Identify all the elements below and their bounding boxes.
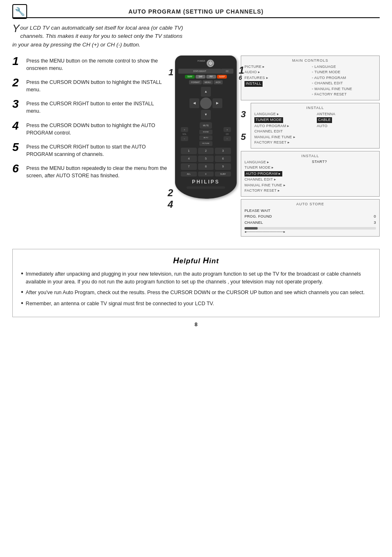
status-cc-row: STATUS/EXIT CC [178,69,233,74]
mc-channel: ◦ CHANNEL EDIT [312,81,376,86]
hint-text-3: Remember, an antenna or cable TV signal … [26,300,214,308]
page-number: 8 [12,321,380,327]
num-1-button[interactable]: 1 [181,148,197,154]
status-exit-button[interactable]: STATUS/EXIT [178,69,221,74]
numpad: 1 2 3 4 5 6 7 8 9 [181,148,231,170]
inst-auto: AUTO PROGRAM ▸ [254,123,314,129]
step-5-number: 5 [12,142,22,153]
step-6-text: Press the MENU button repeatedly to clea… [26,163,168,179]
surf-button[interactable]: SURF [185,75,195,79]
hint-item-3: • Remember, an antenna or cable TV signa… [21,300,371,308]
install-title-1: INSTALL [254,106,376,110]
ch-minus-button[interactable]: − [224,136,231,141]
mc-language: ◦ LANGUAGE [312,64,376,70]
install-screens-row: 3 5 INSTALL LANGUAGE ▸ TUNER MODE AUTO P… [241,103,380,149]
vol-minus-button[interactable]: − [181,136,188,141]
i2-manual: MANUAL FINE TUNE ▸ [244,183,309,188]
progress-bar-fill [244,227,258,230]
sound-auto-col: MUTE SOUND AUTO PICTURE [199,122,212,146]
autostore-channel: CHANNEL 3 [244,220,376,225]
start-label: START? [312,160,376,164]
intro-paragraph: Y our LCD TV can automatically set itsel… [12,24,185,49]
step-6-number: 6 [12,163,22,174]
num-3-button[interactable]: 3 [215,148,231,154]
power-button[interactable]: ⏻ [207,60,214,67]
format-button[interactable]: FORMAT [189,80,202,84]
i2-language: LANGUAGE ▸ [244,160,309,165]
step-6: 6 Press the MENU button repeatedly to cl… [12,163,168,179]
mc-auto: ◦ AUTO PROGRAM [312,75,376,81]
step-5-text: Press the CURSOR RIGHT button to start t… [26,142,168,158]
overlay-step-2a: 2 [168,187,173,199]
num-8-button[interactable]: 8 [198,163,214,170]
install-title-2: INSTALL [244,154,376,158]
inst-factory: FACTORY RESET ▸ [254,140,314,146]
num-5-button[interactable]: 5 [198,155,214,162]
num-7-button[interactable]: 7 [181,163,197,170]
av-button[interactable]: AV+ [181,172,197,176]
zero-button[interactable]: 0 [198,172,214,176]
surf-bottom-button[interactable]: SURF [215,172,231,176]
steps-column: 1 Press the MENU button on the remote co… [12,56,168,237]
format-menu-row: FORMAT MENU A/CH [178,80,233,84]
main-content: 1 Press the MENU button on the remote co… [12,56,380,237]
cursor-down-button[interactable]: ▼ [201,110,211,120]
inst-language: LANGUAGE ▸ [254,111,314,117]
cursor-left-button[interactable]: ◀ [189,98,199,108]
color-buttons-row: SURF SAP PIP SLEEP [178,75,233,79]
mute-button[interactable]: MUTE [200,122,212,129]
install-screen-cable: INSTALL LANGUAGE ▸ TUNER MODE AUTO PROGR… [251,103,380,149]
remote-bottom-row: AV+ 0 SURF [181,172,231,176]
num-9-button[interactable]: 9 [215,163,231,170]
overlay-step-4a: 4 [168,199,173,210]
menu-item-audio: AUDIO ▸ [244,70,309,75]
step-3: 3 Press the CURSOR RIGHT button to enter… [12,98,168,115]
picture-button[interactable]: PICTURE [199,141,212,146]
page-header: 🔧 Auto Program (Setting Up Channels) [12,8,380,18]
pip-button[interactable]: PIP [206,75,216,79]
install-grid-1: LANGUAGE ▸ TUNER MODE AUTO PROGRAM ▸ CHA… [254,111,376,146]
dpad: ▲ ▼ ◀ ▶ [189,87,222,120]
bullet-2: • [21,289,23,295]
overlay-5: 5 [241,132,249,142]
menu-button[interactable]: MENU [203,80,213,84]
main-controls-left: PICTURE ▸ AUDIO ▸ FEATURES ▸ INSTALL [244,64,309,97]
autostore-progress-bar [244,227,376,230]
step-2-text: Press the CURSOR DOWN button to highligh… [26,77,168,93]
step-4: 4 Press the CURSOR DOWN button to highli… [12,120,168,137]
install-right-1: ANTENNA CABLE AUTO [317,111,376,146]
sound-button[interactable]: SOUND [199,130,212,135]
sap-button[interactable]: SAP [196,75,205,79]
step-5: 5 Press the CURSOR RIGHT button to start… [12,142,168,158]
i2-channel: CHANNEL EDIT ▸ [244,177,309,183]
autostore-title: AUTO STORE [244,202,376,206]
cursor-up-button[interactable]: ▲ [201,87,211,97]
num-2-button[interactable]: 2 [198,148,214,154]
dpad-center [200,97,212,109]
vol-plus-button[interactable]: + [181,127,188,132]
step-1: 1 Press the MENU button on the remote co… [12,56,168,72]
step-2: 2 Press the CURSOR DOWN button to highli… [12,77,168,93]
mc-tuner: ◦ TUNER MODE [312,70,376,75]
num-4-button[interactable]: 4 [181,155,197,162]
num-6-button[interactable]: 6 [215,155,231,162]
step-3-text: Press the CURSOR RIGHT button to enter t… [26,98,168,115]
progress-arrow: ◂────────────────▸ [244,230,376,234]
install-2-right: START? [312,160,376,194]
mc-manual: ◦ MANUAL FINE TUNE [312,86,376,92]
autostore-screen: AUTO STORE PLEASE WAIT PROG. FOUND 0 CHA… [241,199,380,237]
cc-button[interactable]: CC [221,69,233,74]
i2-auto-highlight: AUTO PROGRAM ▸ [244,171,309,177]
ch-plus-button[interactable]: + [224,127,231,132]
bullet-1: • [21,270,23,277]
auto-button[interactable]: AUTO [199,135,212,140]
main-controls-screen: MAIN CONTROLS PICTURE ▸ AUDIO ▸ FEATURES… [241,56,380,100]
page-title: Auto Program (Setting Up Channels) [128,8,263,15]
helpful-hint-box: Helpful Hint • Immediately after unpacki… [12,249,380,317]
intro-large-y: Y [12,23,19,34]
ach-button[interactable]: A/CH [214,80,223,84]
main-controls-right: ◦ LANGUAGE ◦ TUNER MODE ◦ AUTO PROGRAM ◦… [312,64,376,97]
install-2-left: LANGUAGE ▸ TUNER MODE ▸ AUTO PROGRAM ▸ C… [244,160,309,194]
sleep-button[interactable]: SLEEP [217,75,227,79]
cursor-right-button[interactable]: ▶ [212,98,222,108]
